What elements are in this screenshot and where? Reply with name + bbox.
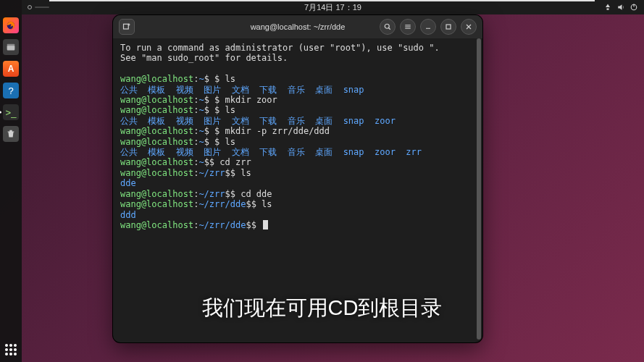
- dock-firefox[interactable]: [3, 17, 19, 33]
- svg-rect-4: [7, 46, 15, 50]
- top-panel: 7月14日 17：19: [22, 0, 644, 14]
- power-icon[interactable]: [630, 3, 638, 12]
- terminal-titlebar[interactable]: wang@localhost: ~/zrr/dde: [113, 15, 482, 38]
- menu-button[interactable]: [400, 19, 416, 35]
- workspace-indicator: [28, 5, 32, 9]
- svg-rect-5: [124, 24, 129, 29]
- workspace-indicator: [35, 7, 49, 8]
- system-tray[interactable]: [603, 3, 638, 12]
- terminal-title: wang@localhost: ~/zrr/dde: [251, 22, 346, 31]
- svg-rect-7: [446, 25, 451, 29]
- svg-rect-1: [633, 4, 634, 7]
- dock-files[interactable]: [3, 39, 19, 55]
- dock-terminal[interactable]: >_: [3, 104, 19, 120]
- maximize-button[interactable]: [440, 19, 456, 35]
- clock[interactable]: 7月14日 17：19: [304, 2, 361, 13]
- activities-area[interactable]: [28, 5, 49, 9]
- video-subtitle: 我们现在可用CD到根目录: [202, 294, 443, 323]
- dock: A ? >_: [0, 0, 22, 362]
- panel-underline: [49, 0, 595, 1]
- svg-point-6: [385, 24, 389, 28]
- close-button[interactable]: [461, 19, 477, 35]
- minimize-button[interactable]: [420, 19, 436, 35]
- dock-software[interactable]: A: [3, 61, 19, 77]
- dock-trash[interactable]: [3, 126, 19, 142]
- new-tab-button[interactable]: [119, 19, 135, 35]
- search-button[interactable]: [380, 19, 396, 35]
- terminal-scrollbar[interactable]: [477, 38, 481, 340]
- dock-help[interactable]: ?: [3, 83, 19, 98]
- network-icon[interactable]: [603, 3, 612, 12]
- volume-icon[interactable]: [616, 3, 625, 12]
- dock-show-applications[interactable]: [3, 342, 19, 358]
- scrollbar-thumb[interactable]: [477, 38, 481, 340]
